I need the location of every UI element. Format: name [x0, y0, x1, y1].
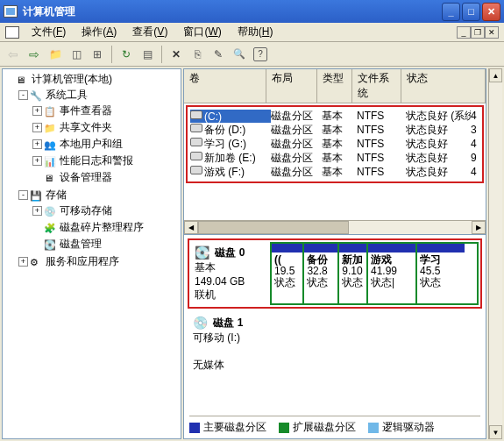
defrag-icon [44, 222, 58, 234]
volume-icon [190, 110, 202, 120]
forward-button[interactable] [25, 45, 44, 64]
col-fs[interactable]: 文件系统 [352, 69, 401, 103]
scroll-left-button[interactable]: ◀ [184, 221, 198, 234]
menu-action[interactable]: 操作(A) [75, 23, 124, 41]
diskmgmt-icon [44, 238, 58, 251]
tree-eventviewer[interactable]: +事件查看器 [32, 103, 181, 118]
legend: 主要磁盘分区 扩展磁盘分区 逻辑驱动器 [189, 416, 480, 435]
tree-sharedfolders[interactable]: +共享文件夹 [32, 120, 181, 135]
col-type[interactable]: 类型 [317, 69, 352, 103]
col-layout[interactable]: 布局 [266, 69, 317, 103]
collapse-icon[interactable]: - [18, 90, 28, 100]
separator [111, 46, 112, 63]
collapse-icon[interactable]: - [18, 190, 28, 200]
scroll-down-button[interactable]: ▼ [489, 425, 502, 439]
vscrollbar[interactable]: ▲ ▼ [488, 68, 502, 439]
legend-logical-box [368, 423, 379, 433]
delete-button[interactable] [167, 45, 186, 64]
up-button[interactable] [46, 45, 65, 64]
tree-defrag[interactable]: 磁盘碎片整理程序 [32, 220, 181, 235]
tools-icon [30, 89, 44, 102]
partition[interactable]: 备份32.8状态 [304, 244, 339, 303]
refresh-button[interactable] [117, 45, 136, 64]
tree-devmgr[interactable]: 设备管理器 [32, 170, 181, 185]
tree-root[interactable]: 计算机管理(本地) [4, 72, 181, 87]
partition[interactable]: ((19.5状态 [272, 244, 304, 303]
disk1-label[interactable]: 磁盘 1 可移动 (I:) 无媒体 [189, 312, 330, 376]
volumes-highlight: (C:)磁盘分区基本NTFS状态良好 (系统)4备份 (D:)磁盘分区基本NTF… [186, 105, 484, 183]
menu-view[interactable]: 查看(V) [125, 23, 174, 41]
disk-graphic-view[interactable]: 磁盘 0 基本 149.04 GB 联机 ((19.5状态备份32.8状态新加9… [183, 235, 486, 439]
devmgr-icon [44, 172, 58, 184]
tree-usersgroups[interactable]: +本地用户和组 [32, 137, 181, 152]
tree-diskmgmt[interactable]: 磁盘管理 [32, 237, 181, 252]
mdi-icon [5, 26, 19, 39]
partition[interactable]: 新加9.10状态 [339, 244, 368, 303]
view-grid-button[interactable] [88, 45, 107, 64]
tree-systools[interactable]: -系统工具 [18, 88, 181, 103]
menu-window[interactable]: 窗口(W) [176, 23, 228, 41]
volume-icon [190, 165, 202, 175]
volume-icon [190, 151, 202, 161]
volume-icon [190, 137, 202, 147]
tree-services[interactable]: +服务和应用程序 [18, 254, 181, 269]
disk0-partitions: ((19.5状态备份32.8状态新加9.10状态游戏41.99状态|学习45.5… [270, 242, 479, 305]
export-list-button[interactable] [138, 45, 157, 64]
legend-primary-box [189, 423, 200, 433]
disk0-label[interactable]: 磁盘 0 基本 149.04 GB 联机 [191, 242, 270, 305]
col-status[interactable]: 状态 [401, 69, 486, 103]
expand-icon[interactable]: + [18, 257, 28, 267]
col-volume[interactable]: 卷 [184, 69, 266, 103]
scroll-thumb[interactable] [198, 221, 349, 234]
tree-storage[interactable]: -存储 [18, 188, 181, 203]
volume-list[interactable]: 卷 布局 类型 文件系统 状态 (C:)磁盘分区基本NTFS状态良好 (系统)4… [183, 68, 486, 235]
volume-icon [190, 123, 202, 133]
removable-icon [44, 205, 58, 217]
navigation-tree[interactable]: 计算机管理(本地) -系统工具 +事件查看器 +共享文件夹 +本地用户和组 +性… [2, 68, 181, 439]
copy-button[interactable] [188, 45, 207, 64]
partition[interactable]: 游戏41.99状态| [368, 244, 417, 303]
disk0-highlight: 磁盘 0 基本 149.04 GB 联机 ((19.5状态备份32.8状态新加9… [188, 238, 482, 309]
separator [161, 46, 162, 63]
volume-row[interactable]: 学习 (G:)磁盘分区基本NTFS状态良好4 [188, 137, 481, 151]
expand-icon[interactable]: + [32, 156, 42, 166]
app-icon [4, 5, 18, 18]
users-icon [44, 139, 58, 151]
settings-button[interactable] [209, 45, 228, 64]
computer-icon [16, 74, 30, 86]
minimize-button[interactable]: _ [442, 3, 460, 21]
close-button[interactable]: ✕ [482, 3, 500, 21]
expand-icon[interactable]: + [32, 106, 42, 116]
expand-icon[interactable]: + [32, 206, 42, 216]
scroll-up-button[interactable]: ▲ [489, 68, 502, 82]
hscrollbar[interactable]: ◀ ▶ [184, 220, 486, 234]
menubar: 文件(F) 操作(A) 查看(V) 窗口(W) 帮助(H) _ ❐ ✕ [0, 23, 504, 42]
tree-removable[interactable]: +可移动存储 [32, 203, 181, 218]
tree-perflogs[interactable]: +性能日志和警报 [32, 153, 181, 168]
toolbar [0, 42, 504, 67]
expand-icon[interactable]: + [32, 139, 42, 149]
services-icon [30, 256, 44, 268]
legend-extended-box [279, 423, 289, 433]
mdi-minimize-button[interactable]: _ [457, 26, 471, 39]
partition[interactable]: 学习45.5状态 [417, 244, 465, 303]
volume-row[interactable]: (C:)磁盘分区基本NTFS状态良好 (系统)4 [188, 109, 481, 123]
hdd-icon [195, 245, 212, 260]
find-button[interactable] [230, 45, 249, 64]
volume-row[interactable]: 新加卷 (E:)磁盘分区基本NTFS状态良好9 [188, 151, 481, 165]
storage-icon [30, 189, 44, 202]
mdi-close-button[interactable]: ✕ [485, 26, 499, 39]
maximize-button[interactable]: □ [462, 3, 480, 21]
titlebar[interactable]: 计算机管理 _ □ ✕ [0, 0, 504, 23]
event-icon [44, 105, 58, 117]
volume-row[interactable]: 备份 (D:)磁盘分区基本NTFS状态良好3 [188, 123, 481, 137]
back-button[interactable] [4, 45, 23, 64]
mdi-restore-button[interactable]: ❐ [471, 26, 485, 39]
menu-help[interactable]: 帮助(H) [231, 23, 280, 41]
scroll-right-button[interactable]: ▶ [472, 221, 486, 234]
expand-icon[interactable]: + [32, 123, 42, 132]
help-button[interactable] [251, 45, 270, 64]
properties-button[interactable] [67, 45, 86, 64]
menu-file[interactable]: 文件(F) [25, 23, 73, 41]
volume-row[interactable]: 游戏 (F:)磁盘分区基本NTFS状态良好4 [188, 165, 481, 179]
